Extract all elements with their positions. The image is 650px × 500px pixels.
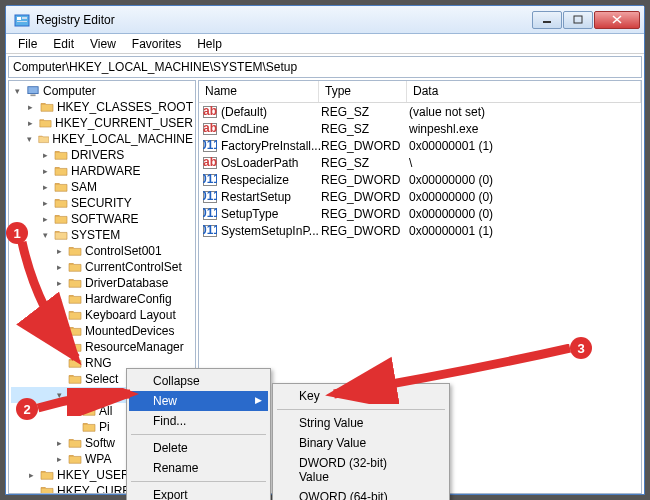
context-menu: Collapse New▶ Find... Delete Rename Expo…	[126, 368, 271, 500]
tree-twisty-icon[interactable]: ▾	[25, 134, 35, 144]
col-type[interactable]: Type	[319, 81, 407, 102]
tree-node[interactable]: ▸DriverDatabase	[11, 275, 193, 291]
list-row[interactable]: ab(Default)REG_SZ(value not set)	[199, 103, 641, 120]
svg-rect-9	[30, 94, 35, 96]
tree-twisty-icon[interactable]: ▸	[39, 150, 51, 160]
tree-twisty-icon[interactable]: ▸	[25, 118, 36, 128]
cell-type: REG_DWORD	[321, 139, 409, 153]
cell-type: REG_DWORD	[321, 224, 409, 238]
computer-icon	[26, 85, 40, 97]
menu-view[interactable]: View	[82, 35, 124, 53]
ctx-new-dword[interactable]: DWORD (32-bit) Value	[275, 453, 447, 487]
tree-node[interactable]: ▸SOFTWARE	[11, 211, 193, 227]
tree-node-label: Pi	[99, 420, 110, 434]
tree-twisty-icon[interactable]: ▸	[53, 294, 65, 304]
ctx-delete[interactable]: Delete	[129, 438, 268, 458]
tree-twisty-icon[interactable]: ▾	[39, 230, 51, 240]
list-row[interactable]: abOsLoaderPathREG_SZ\	[199, 154, 641, 171]
ctx-rename[interactable]: Rename	[129, 458, 268, 478]
folder-icon	[39, 117, 52, 129]
svg-text:011: 011	[203, 190, 217, 203]
ctx-new-string[interactable]: String Value	[275, 413, 447, 433]
col-data[interactable]: Data	[407, 81, 641, 102]
tree-twisty-icon[interactable]: ▸	[53, 342, 65, 352]
tree-node[interactable]: ▸ResourceManager	[11, 339, 193, 355]
tree-twisty-icon[interactable]: ▸	[53, 246, 65, 256]
ctx-collapse[interactable]: Collapse	[129, 371, 268, 391]
tree-node-label: CurrentControlSet	[85, 260, 182, 274]
window-buttons	[532, 11, 640, 29]
list-row[interactable]: 011SetupTypeREG_DWORD0x00000000 (0)	[199, 205, 641, 222]
tree-twisty-icon[interactable]: ▸	[39, 214, 51, 224]
close-icon	[612, 15, 622, 24]
tree-node[interactable]: ▸HARDWARE	[11, 163, 193, 179]
close-button[interactable]	[594, 11, 640, 29]
tree-twisty-icon[interactable]: ▾	[11, 86, 23, 96]
cell-data: 0x00000001 (1)	[409, 139, 641, 153]
tree-node[interactable]: ▸HKEY_CLASSES_ROOT	[11, 99, 193, 115]
address-bar[interactable]: Computer\HKEY_LOCAL_MACHINE\SYSTEM\Setup	[8, 56, 642, 78]
ctx-export[interactable]: Export	[129, 485, 268, 500]
ctx-new-qword[interactable]: QWORD (64-bit) Value	[275, 487, 447, 500]
list-row[interactable]: 011RespecializeREG_DWORD0x00000000 (0)	[199, 171, 641, 188]
tree-twisty-icon[interactable]: ▸	[53, 454, 65, 464]
ctx-new-binary[interactable]: Binary Value	[275, 433, 447, 453]
reg-value-icon: 011	[203, 139, 217, 153]
tree-node[interactable]: ▾HKEY_LOCAL_MACHINE	[11, 131, 193, 147]
tree-twisty-icon[interactable]: ▸	[53, 262, 65, 272]
minimize-button[interactable]	[532, 11, 562, 29]
list-row[interactable]: 011FactoryPreInstall...REG_DWORD0x000000…	[199, 137, 641, 154]
ctx-new[interactable]: New▶	[129, 391, 268, 411]
menu-help[interactable]: Help	[189, 35, 230, 53]
tree-node-label: SECURITY	[71, 196, 132, 210]
callout-2: 2	[16, 398, 38, 420]
tree-node-label: Keyboard Layout	[85, 308, 176, 322]
maximize-button[interactable]	[563, 11, 593, 29]
cell-data: 0x00000001 (1)	[409, 224, 641, 238]
tree-node[interactable]: ▸DRIVERS	[11, 147, 193, 163]
tree-twisty-icon[interactable]: ▸	[25, 102, 37, 112]
tree-node[interactable]: ▾Computer	[11, 83, 193, 99]
list-row[interactable]: abCmdLineREG_SZwinpeshl.exe	[199, 120, 641, 137]
ctx-separator	[277, 409, 445, 410]
ctx-new-key[interactable]: Key	[275, 386, 447, 406]
tree-node[interactable]: ▸HardwareConfig	[11, 291, 193, 307]
ctx-find[interactable]: Find...	[129, 411, 268, 431]
folder-icon	[38, 133, 49, 145]
titlebar[interactable]: Registry Editor	[6, 6, 644, 34]
cell-type: REG_DWORD	[321, 207, 409, 221]
tree-twisty-icon[interactable]: ▸	[25, 470, 37, 480]
tree-node-label: SAM	[71, 180, 97, 194]
tree-twisty-icon[interactable]: ▾	[53, 390, 65, 400]
tree-node[interactable]: Keyboard Layout	[11, 307, 193, 323]
callout-1: 1	[6, 222, 28, 244]
menu-edit[interactable]: Edit	[45, 35, 82, 53]
tree-twisty-icon[interactable]: ▸	[39, 198, 51, 208]
tree-twisty-icon[interactable]: ▸	[39, 182, 51, 192]
tree-twisty-icon[interactable]: ▸	[39, 166, 51, 176]
tree-node[interactable]: ▸SECURITY	[11, 195, 193, 211]
tree-node[interactable]: MountedDevices	[11, 323, 193, 339]
tree-node-label: HKEY_CURR	[57, 484, 131, 494]
folder-icon	[54, 181, 68, 193]
tree-twisty-icon[interactable]: ▸	[53, 278, 65, 288]
folder-icon	[68, 341, 82, 353]
cell-type: REG_DWORD	[321, 173, 409, 187]
cell-name: OsLoaderPath	[221, 156, 321, 170]
list-header: Name Type Data	[199, 81, 641, 103]
tree-node[interactable]: ▾SYSTEM	[11, 227, 193, 243]
col-name[interactable]: Name	[199, 81, 319, 102]
list-row[interactable]: 011RestartSetupREG_DWORD0x00000000 (0)	[199, 188, 641, 205]
tree-node[interactable]: ▸ControlSet001	[11, 243, 193, 259]
tree-node-label: HKEY_CURRENT_USER	[55, 116, 193, 130]
folder-icon	[82, 405, 96, 417]
menu-file[interactable]: File	[10, 35, 45, 53]
tree-node[interactable]: ▸CurrentControlSet	[11, 259, 193, 275]
tree-twisty-icon[interactable]: ▸	[53, 438, 65, 448]
list-row[interactable]: 011SystemSetupInP...REG_DWORD0x00000001 …	[199, 222, 641, 239]
menu-favorites[interactable]: Favorites	[124, 35, 189, 53]
tree-node[interactable]: ▸SAM	[11, 179, 193, 195]
tree-node[interactable]: ▸HKEY_CURRENT_USER	[11, 115, 193, 131]
callout-3: 3	[570, 337, 592, 359]
folder-icon	[68, 277, 82, 289]
